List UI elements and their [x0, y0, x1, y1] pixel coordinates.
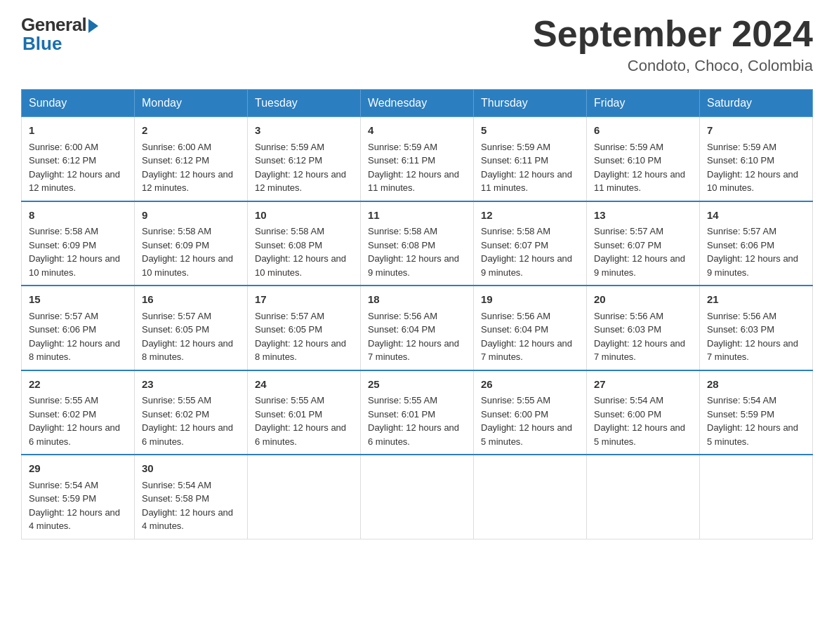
day-number: 6 — [594, 123, 692, 139]
day-info: Sunrise: 5:55 AMSunset: 6:00 PMDaylight:… — [481, 394, 579, 448]
day-info: Sunrise: 5:58 AMSunset: 6:08 PMDaylight:… — [368, 224, 466, 279]
day-number: 15 — [29, 292, 127, 308]
day-info: Sunrise: 5:57 AMSunset: 6:05 PMDaylight:… — [142, 309, 240, 364]
day-number: 30 — [142, 461, 240, 477]
day-number: 19 — [481, 292, 579, 308]
logo-blue-text: Blue — [22, 33, 62, 55]
day-number: 24 — [255, 377, 353, 393]
day-number: 11 — [368, 208, 466, 224]
day-info: Sunrise: 6:00 AMSunset: 6:12 PMDaylight:… — [142, 140, 240, 195]
day-info: Sunrise: 5:59 AMSunset: 6:10 PMDaylight:… — [594, 140, 692, 195]
calendar-cell — [474, 455, 587, 539]
calendar-header-wednesday: Wednesday — [361, 90, 474, 117]
calendar-table: SundayMondayTuesdayWednesdayThursdayFrid… — [21, 89, 813, 539]
day-info: Sunrise: 5:56 AMSunset: 6:04 PMDaylight:… — [368, 309, 466, 364]
day-number: 2 — [142, 123, 240, 139]
calendar-cell: 29Sunrise: 5:54 AMSunset: 5:59 PMDayligh… — [22, 455, 135, 539]
calendar-cell — [587, 455, 700, 539]
calendar-header-friday: Friday — [587, 90, 700, 117]
calendar-cell: 9Sunrise: 5:58 AMSunset: 6:09 PMDaylight… — [135, 201, 248, 286]
calendar-cell: 2Sunrise: 6:00 AMSunset: 6:12 PMDaylight… — [135, 117, 248, 201]
calendar-week-row: 15Sunrise: 5:57 AMSunset: 6:06 PMDayligh… — [22, 286, 813, 370]
calendar-cell: 22Sunrise: 5:55 AMSunset: 6:02 PMDayligh… — [22, 370, 135, 455]
day-info: Sunrise: 5:56 AMSunset: 6:04 PMDaylight:… — [481, 309, 579, 364]
calendar-cell: 18Sunrise: 5:56 AMSunset: 6:04 PMDayligh… — [361, 286, 474, 370]
calendar-header-saturday: Saturday — [700, 90, 813, 117]
day-number: 18 — [368, 292, 466, 308]
day-number: 9 — [142, 208, 240, 224]
day-number: 13 — [594, 208, 692, 224]
calendar-cell: 6Sunrise: 5:59 AMSunset: 6:10 PMDaylight… — [587, 117, 700, 201]
calendar-header-monday: Monday — [135, 90, 248, 117]
day-info: Sunrise: 5:57 AMSunset: 6:06 PMDaylight:… — [707, 224, 805, 279]
day-info: Sunrise: 5:57 AMSunset: 6:07 PMDaylight:… — [594, 224, 692, 279]
day-info: Sunrise: 5:54 AMSunset: 5:59 PMDaylight:… — [707, 394, 805, 448]
day-number: 20 — [594, 292, 692, 308]
day-info: Sunrise: 5:56 AMSunset: 6:03 PMDaylight:… — [594, 309, 692, 364]
calendar-cell: 3Sunrise: 5:59 AMSunset: 6:12 PMDaylight… — [248, 117, 361, 201]
calendar-cell: 17Sunrise: 5:57 AMSunset: 6:05 PMDayligh… — [248, 286, 361, 370]
day-info: Sunrise: 5:58 AMSunset: 6:09 PMDaylight:… — [29, 224, 127, 279]
day-info: Sunrise: 5:59 AMSunset: 6:11 PMDaylight:… — [481, 140, 579, 195]
calendar-cell: 26Sunrise: 5:55 AMSunset: 6:00 PMDayligh… — [474, 370, 587, 455]
day-info: Sunrise: 5:54 AMSunset: 5:58 PMDaylight:… — [142, 478, 240, 533]
calendar-cell: 7Sunrise: 5:59 AMSunset: 6:10 PMDaylight… — [700, 117, 813, 201]
calendar-cell — [248, 455, 361, 539]
calendar-cell: 1Sunrise: 6:00 AMSunset: 6:12 PMDaylight… — [22, 117, 135, 201]
calendar-cell: 14Sunrise: 5:57 AMSunset: 6:06 PMDayligh… — [700, 201, 813, 286]
calendar-cell: 24Sunrise: 5:55 AMSunset: 6:01 PMDayligh… — [248, 370, 361, 455]
day-number: 3 — [255, 123, 353, 139]
day-info: Sunrise: 5:59 AMSunset: 6:10 PMDaylight:… — [707, 140, 805, 195]
calendar-header-tuesday: Tuesday — [248, 90, 361, 117]
day-number: 23 — [142, 377, 240, 393]
day-number: 1 — [29, 123, 127, 139]
day-number: 29 — [29, 461, 127, 477]
calendar-cell: 12Sunrise: 5:58 AMSunset: 6:07 PMDayligh… — [474, 201, 587, 286]
calendar-cell: 8Sunrise: 5:58 AMSunset: 6:09 PMDaylight… — [22, 201, 135, 286]
day-info: Sunrise: 5:55 AMSunset: 6:02 PMDaylight:… — [142, 394, 240, 448]
day-info: Sunrise: 5:59 AMSunset: 6:12 PMDaylight:… — [255, 140, 353, 195]
logo: General Blue — [21, 14, 98, 55]
day-info: Sunrise: 5:58 AMSunset: 6:09 PMDaylight:… — [142, 224, 240, 279]
calendar-cell: 5Sunrise: 5:59 AMSunset: 6:11 PMDaylight… — [474, 117, 587, 201]
day-info: Sunrise: 5:55 AMSunset: 6:01 PMDaylight:… — [368, 394, 466, 448]
calendar-cell: 16Sunrise: 5:57 AMSunset: 6:05 PMDayligh… — [135, 286, 248, 370]
day-number: 8 — [29, 208, 127, 224]
calendar-header-sunday: Sunday — [22, 90, 135, 117]
day-number: 26 — [481, 377, 579, 393]
calendar-week-row: 29Sunrise: 5:54 AMSunset: 5:59 PMDayligh… — [22, 455, 813, 539]
calendar-cell: 27Sunrise: 5:54 AMSunset: 6:00 PMDayligh… — [587, 370, 700, 455]
day-info: Sunrise: 5:54 AMSunset: 5:59 PMDaylight:… — [29, 478, 127, 533]
day-number: 12 — [481, 208, 579, 224]
day-info: Sunrise: 5:55 AMSunset: 6:01 PMDaylight:… — [255, 394, 353, 448]
day-info: Sunrise: 5:54 AMSunset: 6:00 PMDaylight:… — [594, 394, 692, 448]
calendar-week-row: 8Sunrise: 5:58 AMSunset: 6:09 PMDaylight… — [22, 201, 813, 286]
day-number: 14 — [707, 208, 805, 224]
day-number: 28 — [707, 377, 805, 393]
title-section: September 2024 Condoto, Choco, Colombia — [533, 14, 813, 75]
calendar-cell: 25Sunrise: 5:55 AMSunset: 6:01 PMDayligh… — [361, 370, 474, 455]
day-number: 22 — [29, 377, 127, 393]
calendar-cell — [361, 455, 474, 539]
calendar-cell: 28Sunrise: 5:54 AMSunset: 5:59 PMDayligh… — [700, 370, 813, 455]
calendar-cell: 10Sunrise: 5:58 AMSunset: 6:08 PMDayligh… — [248, 201, 361, 286]
calendar-cell: 23Sunrise: 5:55 AMSunset: 6:02 PMDayligh… — [135, 370, 248, 455]
day-number: 4 — [368, 123, 466, 139]
day-number: 25 — [368, 377, 466, 393]
calendar-cell: 4Sunrise: 5:59 AMSunset: 6:11 PMDaylight… — [361, 117, 474, 201]
calendar-cell: 20Sunrise: 5:56 AMSunset: 6:03 PMDayligh… — [587, 286, 700, 370]
logo-triangle-icon — [88, 19, 98, 33]
month-title: September 2024 — [533, 14, 813, 54]
day-info: Sunrise: 5:56 AMSunset: 6:03 PMDaylight:… — [707, 309, 805, 364]
calendar-cell: 30Sunrise: 5:54 AMSunset: 5:58 PMDayligh… — [135, 455, 248, 539]
calendar-cell: 11Sunrise: 5:58 AMSunset: 6:08 PMDayligh… — [361, 201, 474, 286]
day-number: 27 — [594, 377, 692, 393]
day-info: Sunrise: 6:00 AMSunset: 6:12 PMDaylight:… — [29, 140, 127, 195]
day-number: 10 — [255, 208, 353, 224]
calendar-cell — [700, 455, 813, 539]
day-number: 5 — [481, 123, 579, 139]
calendar-cell: 15Sunrise: 5:57 AMSunset: 6:06 PMDayligh… — [22, 286, 135, 370]
day-info: Sunrise: 5:58 AMSunset: 6:07 PMDaylight:… — [481, 224, 579, 279]
day-number: 21 — [707, 292, 805, 308]
day-info: Sunrise: 5:57 AMSunset: 6:05 PMDaylight:… — [255, 309, 353, 364]
